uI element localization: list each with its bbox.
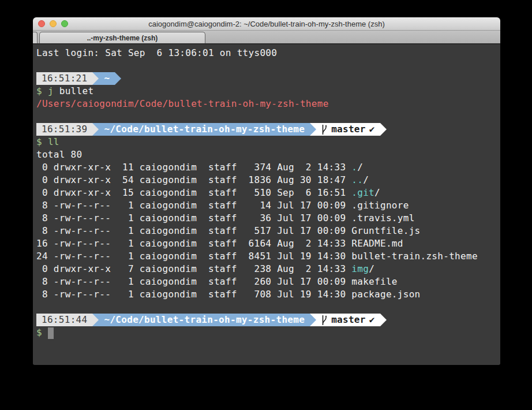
file-name: Gruntfile.js — [351, 225, 420, 236]
file-meta: 0 drwxr-xr-x 15 caiogondim staff 510 Sep… — [36, 187, 351, 198]
dir-slash: / — [369, 263, 374, 274]
prompt-char: $ — [36, 85, 48, 96]
tab-bar: ..-my-zsh-theme (zsh) — [33, 31, 500, 44]
file-meta: 8 -rw-r--r-- 1 caiogondim staff 260 Jul … — [36, 276, 351, 287]
file-meta: 0 drwxr-xr-x 11 caiogondim staff 374 Aug… — [36, 162, 351, 173]
powerline-arrow — [380, 123, 387, 136]
terminal-blank-line — [36, 110, 497, 123]
git-branch-icon — [321, 315, 328, 325]
terminal-window: caiogondim@caiogondim-2: ~/Code/bullet-t… — [33, 17, 500, 365]
command-text: bullet — [54, 85, 94, 96]
traffic-lights — [38, 17, 68, 30]
terminal-output-line: total 80 — [36, 148, 497, 161]
terminal-ls-row: 0 drwxr-xr-x 15 caiogondim staff 510 Sep… — [36, 187, 497, 199]
prompt-segment-path: ~/Code/bullet-train-oh-my-zsh-theme — [99, 123, 310, 136]
file-meta: 8 -rw-r--r-- 1 caiogondim staff 36 Jul 1… — [36, 213, 351, 223]
minimize-button[interactable] — [50, 20, 57, 27]
terminal-cursor — [48, 327, 54, 339]
file-meta: 0 drwxr-xr-x 54 caiogondim staff 1836 Au… — [36, 174, 351, 185]
terminal-output-line: Last login: Sat Sep 6 13:06:01 on ttys00… — [36, 47, 497, 59]
git-branch-name: master — [331, 123, 366, 136]
prompt-segment-git: master✔ — [316, 314, 380, 326]
prompt-segment-time: 16:51:21 — [36, 72, 92, 85]
prompt-segment-path: ~ — [99, 72, 115, 85]
git-branch-name: master — [331, 314, 366, 326]
file-name: bullet-train.zsh-theme — [351, 251, 478, 262]
powerline-arrow — [380, 314, 387, 326]
file-meta: 16 -rw-r--r-- 1 caiogondim staff 6164 Au… — [36, 238, 351, 249]
file-name: . — [351, 162, 357, 173]
powerline-arrow — [92, 123, 99, 136]
window-title: caiogondim@caiogondim-2: ~/Code/bullet-t… — [148, 20, 385, 28]
file-meta: 8 -rw-r--r-- 1 caiogondim staff 14 Jul 1… — [36, 200, 351, 211]
powerline-arrow — [310, 314, 316, 326]
file-name: .travis.yml — [351, 213, 414, 223]
command-text: j — [48, 85, 54, 96]
terminal-ls-row: 0 drwxr-xr-x 11 caiogondim staff 374 Aug… — [36, 161, 497, 174]
terminal-ls-row: 8 -rw-r--r-- 1 caiogondim staff 36 Jul 1… — [36, 212, 497, 225]
file-name: .git — [351, 187, 374, 198]
terminal-ls-row: 8 -rw-r--r-- 1 caiogondim staff 708 Jul … — [36, 288, 497, 301]
prompt-segment-git: master✔ — [316, 123, 380, 136]
prompt-line: 16:51:44~/Code/bullet-train-oh-my-zsh-th… — [36, 314, 497, 326]
dir-slash: / — [363, 174, 369, 185]
terminal-ls-row: 0 drwxr-xr-x 54 caiogondim staff 1836 Au… — [36, 174, 497, 187]
tab-label: ..-my-zsh-theme (zsh) — [87, 34, 158, 42]
git-branch-icon — [321, 125, 328, 135]
terminal-blank-line — [36, 301, 497, 314]
terminal-ls-row: 8 -rw-r--r-- 1 caiogondim staff 517 Jul … — [36, 225, 497, 237]
file-name: .. — [351, 174, 363, 185]
file-name: img — [351, 263, 369, 274]
file-meta: 24 -rw-r--r-- 1 caiogondim staff 8451 Ju… — [36, 251, 351, 262]
git-status-check: ✔ — [369, 314, 375, 326]
powerline-arrow — [92, 314, 99, 326]
close-button[interactable] — [38, 20, 45, 27]
prompt-char: $ — [36, 136, 48, 147]
powerline-arrow — [310, 123, 316, 136]
terminal-command-line: $ j bullet — [36, 85, 497, 98]
dir-slash: / — [357, 162, 363, 173]
file-name: .gitignore — [351, 200, 409, 211]
window-titlebar[interactable]: caiogondim@caiogondim-2: ~/Code/bullet-t… — [33, 17, 500, 31]
terminal-content[interactable]: Last login: Sat Sep 6 13:06:01 on ttys00… — [33, 44, 500, 364]
file-name: package.json — [351, 289, 420, 300]
prompt-line: 16:51:21~ — [36, 72, 497, 85]
file-meta: 8 -rw-r--r-- 1 caiogondim staff 517 Jul … — [36, 225, 351, 236]
prompt-segment-time: 16:51:44 — [36, 314, 92, 326]
terminal-ls-row: 8 -rw-r--r-- 1 caiogondim staff 260 Jul … — [36, 275, 497, 288]
zoom-button[interactable] — [61, 20, 68, 27]
terminal-ls-row: 0 drwxr-xr-x 7 caiogondim staff 238 Aug … — [36, 263, 497, 275]
terminal-blank-line — [36, 59, 497, 72]
tab-stub[interactable] — [33, 32, 38, 43]
terminal-ls-row: 24 -rw-r--r-- 1 caiogondim staff 8451 Ju… — [36, 250, 497, 263]
command-text: ll — [48, 136, 59, 147]
git-status-check: ✔ — [369, 123, 375, 136]
dir-slash: / — [374, 187, 380, 198]
file-name: README.md — [351, 238, 403, 249]
file-name: makefile — [351, 276, 397, 287]
prompt-char: $ — [36, 327, 48, 338]
powerline-arrow — [115, 72, 121, 85]
tab-active[interactable]: ..-my-zsh-theme (zsh) — [39, 32, 205, 43]
terminal-output-line: /Users/caiogondim/Code/bullet-train-oh-m… — [36, 98, 497, 110]
file-meta: 0 drwxr-xr-x 7 caiogondim staff 238 Aug … — [36, 263, 351, 274]
prompt-segment-time: 16:51:39 — [36, 123, 92, 136]
terminal-command-line: $ — [36, 326, 497, 339]
file-meta: 8 -rw-r--r-- 1 caiogondim staff 708 Jul … — [36, 289, 351, 300]
terminal-ls-row: 16 -rw-r--r-- 1 caiogondim staff 6164 Au… — [36, 237, 497, 250]
terminal-command-line: $ ll — [36, 136, 497, 148]
prompt-segment-path: ~/Code/bullet-train-oh-my-zsh-theme — [99, 314, 310, 326]
powerline-arrow — [92, 72, 99, 85]
terminal-ls-row: 8 -rw-r--r-- 1 caiogondim staff 14 Jul 1… — [36, 199, 497, 212]
prompt-line: 16:51:39~/Code/bullet-train-oh-my-zsh-th… — [36, 123, 497, 136]
